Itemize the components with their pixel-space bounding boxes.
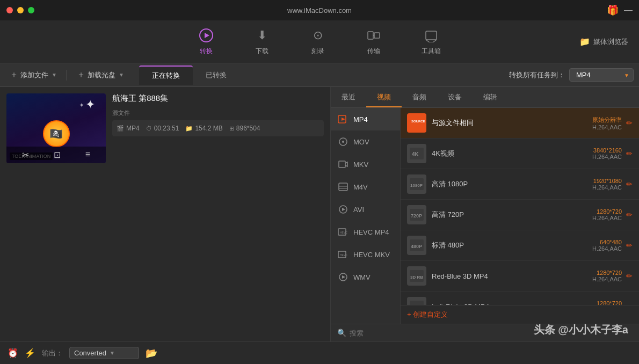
mov-label: MOV bbox=[353, 138, 369, 146]
transfer-icon bbox=[366, 27, 382, 43]
main-tabs: 正在转换 已转换 bbox=[139, 65, 239, 85]
media-info: 航海王 第888集 源文件 🎬 MP4 ⏱ 00:23:51 📁 154.2 M… bbox=[112, 93, 324, 136]
format-m4v[interactable]: M4V bbox=[331, 176, 400, 198]
clock-icon: ⏱ bbox=[146, 125, 152, 132]
format-icon: 🎬 bbox=[117, 125, 124, 132]
media-browser-btn[interactable]: 📁 媒体浏览器 bbox=[579, 37, 628, 47]
watermark: 头条 @小小木子李a bbox=[534, 323, 628, 337]
3d-lr-quality-specs: 1280*720 H.264,AAC bbox=[592, 300, 622, 305]
svg-rect-37 bbox=[410, 301, 424, 305]
source-edit-icon[interactable]: ✏ bbox=[626, 119, 633, 127]
add-disc-label: 加载光盘 bbox=[88, 70, 115, 80]
quality-1080p[interactable]: 1080P 高清 1080P 1920*1080 H.264,AAC ✏ bbox=[401, 169, 639, 200]
svg-text:HEVC: HEVC bbox=[340, 231, 347, 234]
3d-rb-quality-name: Red-Blue 3D MP4 bbox=[432, 272, 592, 280]
quality-4k[interactable]: 4K 4K视频 3840*2160 H.264,AAC ✏ bbox=[401, 139, 639, 169]
mp4-icon bbox=[337, 113, 349, 125]
toolbar-burn[interactable]: ⊙ 刻录 bbox=[303, 23, 332, 60]
quality-480p[interactable]: 480P 标清 480P 640*480 H.264,AAC ✏ bbox=[401, 230, 639, 261]
quality-720p[interactable]: 720P 高清 720P 1280*720 H.264,AAC ✏ bbox=[401, 200, 639, 230]
scissors-icon[interactable]: ✂ bbox=[22, 150, 29, 160]
3d-lr-quality-icon: 3D LR bbox=[407, 297, 426, 305]
quality-3d-rb[interactable]: 3D RB Red-Blue 3D MP4 1280*720 H.264,AAC… bbox=[401, 261, 639, 292]
avi-label: AVI bbox=[353, 206, 364, 214]
tab-converting[interactable]: 正在转换 bbox=[139, 65, 193, 85]
svg-marker-24 bbox=[342, 275, 345, 279]
format-select-wrapper[interactable]: MP4 MOV MKV AVI bbox=[569, 68, 634, 82]
720p-quality-icon: 720P bbox=[407, 205, 426, 224]
output-dropdown[interactable]: Converted ▼ bbox=[69, 347, 139, 359]
title-bar-icons: 🎁 — bbox=[607, 4, 633, 16]
source-label: 源文件 bbox=[112, 109, 324, 117]
add-file-arrow[interactable]: ▼ bbox=[52, 72, 57, 78]
add-disc-btn[interactable]: ＋ 加载光盘 ▼ bbox=[72, 67, 128, 83]
quality-3d-lr[interactable]: 3D LR Left-Right 3D MP4 1280*720 H.264,A… bbox=[401, 292, 639, 305]
maximize-button[interactable] bbox=[28, 7, 34, 13]
format-tab-device[interactable]: 设备 bbox=[437, 87, 473, 107]
toolbar-tools[interactable]: 工具箱 bbox=[415, 23, 447, 60]
toolbar-download[interactable]: ⬇ 下载 bbox=[248, 23, 277, 60]
svg-rect-3 bbox=[374, 33, 380, 38]
create-custom-btn[interactable]: + 创建自定义 bbox=[401, 305, 639, 324]
format-tab-recent[interactable]: 最近 bbox=[331, 87, 366, 107]
minimize-button[interactable] bbox=[17, 7, 24, 13]
duration-detail: ⏱ 00:23:51 bbox=[146, 125, 179, 132]
format-hevc-mkv[interactable]: HEVC HEVC MKV bbox=[331, 243, 400, 266]
3d-rb-quality-codec: H.264,AAC bbox=[592, 276, 622, 282]
avi-icon bbox=[337, 203, 349, 215]
format-content: MP4 MOV MKV bbox=[331, 108, 639, 324]
720p-edit-icon[interactable]: ✏ bbox=[626, 210, 633, 219]
m4v-icon bbox=[337, 181, 349, 193]
4k-quality-res: 3840*2160 bbox=[592, 147, 622, 154]
left-panel: ✦ ✦ 🏴‍☠️ TOEI ANIMATION ✂ ⊡ ≡ 航海 bbox=[0, 87, 330, 341]
toolbar-transfer[interactable]: 传输 bbox=[359, 23, 388, 60]
4k-edit-icon[interactable]: ✏ bbox=[626, 149, 633, 158]
format-tab-video[interactable]: 视频 bbox=[366, 87, 402, 107]
minimize-icon[interactable]: — bbox=[624, 5, 633, 15]
add-disc-arrow[interactable]: ▼ bbox=[119, 72, 124, 78]
dropdown-arrow-icon: ▼ bbox=[110, 350, 115, 356]
list-icon[interactable]: ≡ bbox=[85, 150, 90, 160]
format-select-label: 转换所有任务到： bbox=[509, 70, 565, 80]
output-folder-icon[interactable]: 📂 bbox=[146, 347, 157, 359]
format-avi[interactable]: AVI bbox=[331, 198, 400, 221]
format-tab-edit[interactable]: 编辑 bbox=[473, 87, 508, 107]
480p-quality-name: 标清 480P bbox=[432, 241, 592, 250]
lightning-icon[interactable]: ⚡ bbox=[25, 348, 35, 358]
output-value: Converted bbox=[74, 349, 106, 357]
format-mp4[interactable]: MP4 bbox=[331, 108, 400, 130]
format-tab-audio[interactable]: 音频 bbox=[402, 87, 437, 107]
format-dropdown[interactable]: MP4 MOV MKV AVI bbox=[569, 68, 634, 82]
toolbar: 转换 ⬇ 下载 ⊙ 刻录 传输 工具箱 📁 媒体浏览 bbox=[0, 20, 639, 63]
add-file-btn[interactable]: ＋ 添加文件 ▼ bbox=[5, 67, 61, 83]
tab-converted[interactable]: 已转换 bbox=[193, 66, 239, 84]
output-label: 输出： bbox=[42, 348, 63, 358]
format-mov[interactable]: MOV bbox=[331, 130, 400, 153]
gift-icon[interactable]: 🎁 bbox=[607, 4, 619, 16]
3d-lr-edit-icon[interactable]: ✏ bbox=[626, 302, 633, 305]
3d-rb-quality-specs: 1280*720 H.264,AAC bbox=[592, 270, 622, 282]
svg-text:SOURCE: SOURCE bbox=[411, 120, 425, 123]
format-hevc-mp4[interactable]: HEVC HEVC MP4 bbox=[331, 221, 400, 243]
tools-label: 工具箱 bbox=[422, 47, 441, 56]
1080p-quality-name: 高清 1080P bbox=[432, 179, 592, 189]
480p-edit-icon[interactable]: ✏ bbox=[626, 241, 633, 250]
1080p-quality-specs: 1920*1080 H.264,AAC bbox=[592, 178, 622, 191]
size-detail: 📁 154.2 MB bbox=[185, 125, 222, 132]
burn-icon: ⊙ bbox=[310, 27, 326, 43]
toolbar-convert[interactable]: 转换 bbox=[192, 23, 221, 60]
3d-rb-edit-icon[interactable]: ✏ bbox=[626, 272, 633, 280]
format-wmv[interactable]: WMV bbox=[331, 266, 400, 288]
transfer-label: 传输 bbox=[367, 47, 380, 56]
svg-text:3D RB: 3D RB bbox=[410, 275, 423, 280]
timer-icon[interactable]: ⏰ bbox=[8, 348, 18, 358]
format-mkv[interactable]: MKV bbox=[331, 153, 400, 176]
source-quality-codec: H.264,AAC bbox=[592, 124, 622, 130]
svg-rect-13 bbox=[339, 161, 345, 168]
close-button[interactable] bbox=[6, 7, 13, 13]
quality-source[interactable]: SOURCE 与源文件相同 原始分辨率 H.264,AAC ✏ bbox=[401, 108, 639, 139]
crop-icon[interactable]: ⊡ bbox=[54, 150, 61, 160]
1080p-edit-icon[interactable]: ✏ bbox=[626, 180, 633, 188]
svg-text:480P: 480P bbox=[411, 244, 422, 249]
thumbnail-controls: ✂ ⊡ ≡ bbox=[6, 147, 106, 163]
